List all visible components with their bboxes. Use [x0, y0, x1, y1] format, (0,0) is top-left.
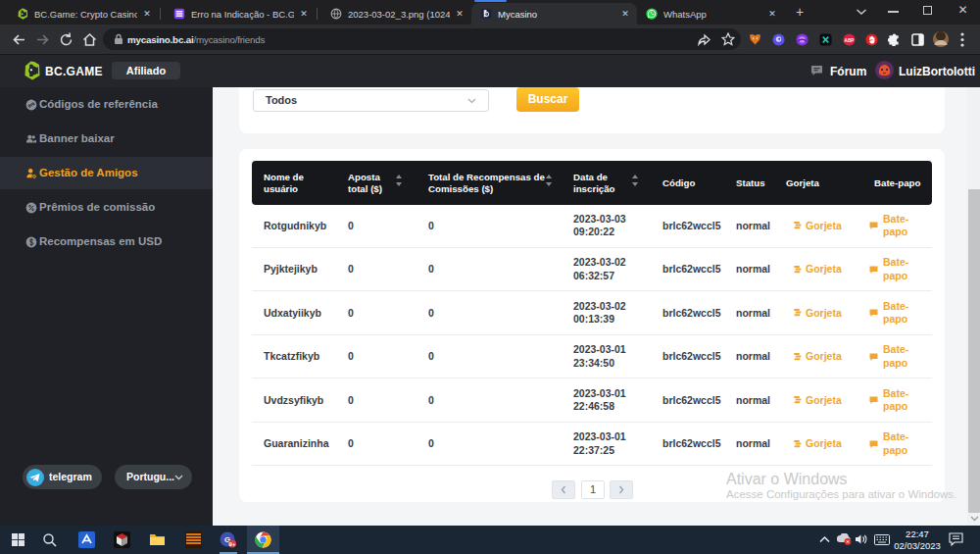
svg-text:ABP: ABP: [845, 38, 855, 43]
svg-text:9+: 9+: [229, 541, 236, 547]
